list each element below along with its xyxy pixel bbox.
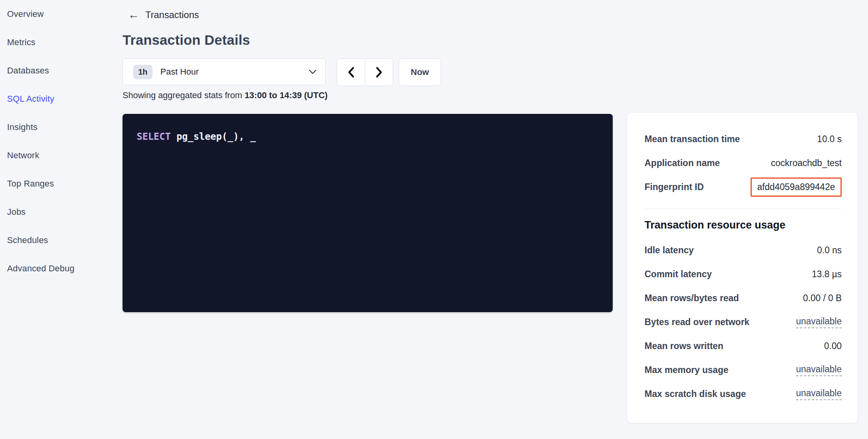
idle-latency-row: Idle latency 0.0 ns <box>645 238 842 262</box>
row-label: Mean rows written <box>645 341 723 351</box>
row-label: Bytes read over network <box>645 317 749 327</box>
annotation-highlight-box: afdd4059a899442e <box>751 177 842 197</box>
row-value: 0.00 <box>824 341 842 351</box>
page-title: Transaction Details <box>123 32 250 48</box>
aggregation-summary: Showing aggregated stats from 13:00 to 1… <box>123 90 328 101</box>
time-controls: 1h Past Hour Now <box>123 59 441 86</box>
sidebar-item-metrics[interactable]: Metrics <box>0 28 118 57</box>
row-value: 13.8 µs <box>812 269 842 280</box>
sidebar: Overview Metrics Databases SQL Activity … <box>0 0 118 439</box>
row-value: 0.0 ns <box>817 245 842 256</box>
application-name-row: Application name cockroachdb_test <box>645 151 842 175</box>
sidebar-item-network[interactable]: Network <box>0 141 118 170</box>
transaction-details-card: Mean transaction time 10.0 s Application… <box>627 113 857 423</box>
row-label: Mean transaction time <box>645 134 740 145</box>
row-label: Mean rows/bytes read <box>645 293 739 304</box>
row-label: Max memory usage <box>645 365 728 375</box>
commit-latency-row: Commit latency 13.8 µs <box>645 262 842 286</box>
unavailable-tooltip-value[interactable]: unavailable <box>796 388 842 400</box>
row-label: Commit latency <box>645 269 712 280</box>
previous-interval-button[interactable] <box>337 59 365 86</box>
sidebar-item-databases[interactable]: Databases <box>0 57 118 85</box>
fingerprint-id-row: Fingerprint ID afdd4059a899442e <box>645 175 842 199</box>
sidebar-item-jobs[interactable]: Jobs <box>0 198 118 226</box>
row-value: 10.0 s <box>817 134 842 145</box>
next-interval-button[interactable] <box>365 59 393 86</box>
sidebar-item-overview[interactable]: Overview <box>0 0 118 28</box>
chevron-left-icon <box>347 66 355 78</box>
chevron-right-icon <box>375 66 383 78</box>
arrow-left-icon: ← <box>128 9 139 20</box>
sql-body: pg_sleep(_), _ <box>171 131 256 142</box>
sql-statement: SELECT pg_sleep(_), _ <box>137 131 599 142</box>
back-label: Transactions <box>145 9 199 20</box>
resource-usage-rows: Idle latency 0.0 ns Commit latency 13.8 … <box>645 238 842 406</box>
row-label: Fingerprint ID <box>645 182 704 192</box>
sidebar-item-schedules[interactable]: Schedules <box>0 226 118 254</box>
aggregation-summary-prefix: Showing aggregated stats from <box>123 90 245 100</box>
max-scratch-disk-usage-row: Max scratch disk usage unavailable <box>645 382 842 406</box>
mean-rows-written-row: Mean rows written 0.00 <box>645 334 842 358</box>
resource-usage-section-title: Transaction resource usage <box>645 219 842 231</box>
fingerprint-id-value: afdd4059a899442e <box>757 182 835 192</box>
mean-transaction-time-row: Mean transaction time 10.0 s <box>645 127 842 151</box>
sidebar-item-top-ranges[interactable]: Top Ranges <box>0 170 118 198</box>
time-range-selected: Past Hour <box>160 67 199 77</box>
chevron-down-icon <box>309 70 317 74</box>
card-divider <box>645 209 842 209</box>
now-button[interactable]: Now <box>399 59 441 86</box>
unavailable-tooltip-value[interactable]: unavailable <box>796 364 842 376</box>
row-label: Max scratch disk usage <box>645 389 746 399</box>
sidebar-item-sql-activity[interactable]: SQL Activity <box>0 85 118 113</box>
bytes-read-over-network-row: Bytes read over network unavailable <box>645 310 842 334</box>
aggregation-summary-range: 13:00 to 14:39 (UTC) <box>245 90 328 100</box>
sql-keyword: SELECT <box>137 131 171 142</box>
max-memory-usage-row: Max memory usage unavailable <box>645 358 842 382</box>
time-range-badge: 1h <box>133 65 152 79</box>
row-label: Application name <box>645 158 720 168</box>
sidebar-item-insights[interactable]: Insights <box>0 113 118 141</box>
time-range-pager <box>337 59 393 86</box>
row-label: Idle latency <box>645 245 694 256</box>
time-range-dropdown[interactable]: 1h Past Hour <box>123 59 326 85</box>
row-value: cockroachdb_test <box>771 158 842 168</box>
mean-rows-bytes-read-row: Mean rows/bytes read 0.00 / 0 B <box>645 286 842 310</box>
unavailable-tooltip-value[interactable]: unavailable <box>796 316 842 328</box>
row-value: 0.00 / 0 B <box>803 293 842 304</box>
sidebar-item-advanced-debug[interactable]: Advanced Debug <box>0 254 118 283</box>
sql-statement-box: SELECT pg_sleep(_), _ <box>123 114 613 312</box>
back-to-transactions-link[interactable]: ← Transactions <box>128 9 199 20</box>
